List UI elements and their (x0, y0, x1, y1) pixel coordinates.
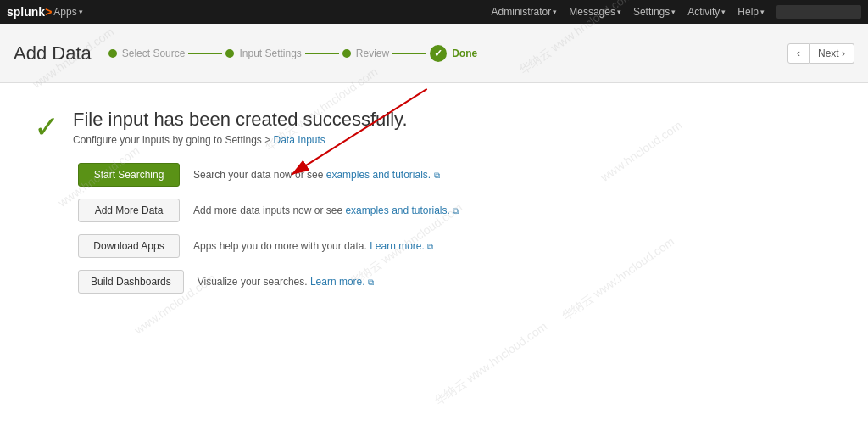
messages-label: Messages (569, 6, 615, 18)
action-row-download-apps: Download Apps Apps help you do more with… (78, 234, 834, 258)
next-button[interactable]: Next › (810, 43, 854, 64)
administrator-menu[interactable]: Administrator ▾ (492, 6, 558, 18)
start-searching-link[interactable]: examples and tutorials. (326, 169, 431, 181)
topnav-search-input[interactable] (776, 5, 861, 19)
step-input-settings: Input Settings (225, 48, 301, 59)
help-chevron-icon: ▾ (760, 8, 765, 16)
help-menu[interactable]: Help ▾ (737, 6, 765, 18)
nav-buttons: ‹ Next › (787, 43, 854, 64)
apps-chevron-icon: ▾ (79, 8, 83, 16)
start-searching-button[interactable]: Start Searching (78, 163, 180, 187)
actions-container: Start Searching Search your data now or … (78, 163, 834, 294)
step-done: ✓ Done (430, 45, 477, 62)
success-title: File input has been created successfully… (73, 109, 408, 131)
download-apps-button[interactable]: Download Apps (78, 234, 180, 258)
step-dot-select-source (108, 49, 117, 58)
action-row-start-searching: Start Searching Search your data now or … (78, 163, 834, 187)
watermark-6: 华纳云 www.hncloud.com (431, 319, 550, 409)
add-more-data-link[interactable]: examples and tutorials. (345, 204, 449, 216)
ext-link-icon-3: ⧉ (368, 277, 374, 287)
activity-label: Activity (687, 6, 720, 18)
step-label-done: Done (452, 48, 477, 59)
success-check-icon: ✓ (34, 112, 59, 143)
apps-nav[interactable]: Apps ▾ (53, 6, 82, 18)
download-apps-desc: Apps help you do more with your data. Le… (193, 240, 433, 252)
step-dot-input-settings (225, 49, 234, 58)
back-button[interactable]: ‹ (787, 43, 810, 64)
settings-chevron-icon: ▾ (671, 8, 676, 16)
activity-menu[interactable]: Activity ▾ (687, 6, 726, 18)
step-connector-1 (188, 53, 222, 54)
settings-label: Settings (633, 6, 670, 18)
ext-link-icon-2: ⧉ (427, 242, 433, 251)
configure-static-text: Configure your inputs by going to Settin… (73, 134, 273, 146)
messages-menu[interactable]: Messages ▾ (569, 6, 621, 18)
step-check-done: ✓ (430, 45, 447, 62)
build-dashboards-button[interactable]: Build Dashboards (78, 270, 184, 294)
main-content: ✓ File input has been created successful… (0, 83, 868, 331)
step-dot-review (342, 49, 351, 58)
page-title: Add Data (14, 42, 92, 64)
step-label-select-source: Select Source (122, 48, 186, 59)
action-row-build-dashboards: Build Dashboards Visualize your searches… (78, 270, 834, 294)
ext-link-icon-1: ⧉ (453, 206, 459, 216)
messages-chevron-icon: ▾ (617, 8, 621, 16)
ext-link-icon-0: ⧉ (434, 171, 440, 180)
administrator-label: Administrator (492, 6, 552, 18)
action-row-add-more-data: Add More Data Add more data inputs now o… (78, 199, 834, 222)
add-more-data-button[interactable]: Add More Data (78, 199, 180, 222)
step-review: Review (342, 48, 389, 59)
help-label: Help (737, 6, 759, 18)
topnav-right: Administrator ▾ Messages ▾ Settings ▾ Ac… (492, 5, 861, 19)
start-searching-desc: Search your data now or see examples and… (193, 169, 440, 181)
header-bar: Add Data Select Source Input Settings Re… (0, 24, 868, 83)
data-inputs-link[interactable]: Data Inputs (273, 134, 325, 146)
settings-menu[interactable]: Settings ▾ (633, 6, 676, 18)
success-text: File input has been created successfully… (73, 109, 408, 146)
build-dashboards-link[interactable]: Learn more. (310, 276, 365, 288)
administrator-chevron-icon: ▾ (553, 8, 557, 16)
step-connector-3 (392, 53, 426, 54)
top-navbar: splunk> Apps ▾ Administrator ▾ Messages … (0, 0, 868, 24)
step-select-source: Select Source (108, 48, 186, 59)
splunk-logo: splunk> (7, 5, 52, 19)
configure-text: Configure your inputs by going to Settin… (73, 134, 408, 146)
step-label-input-settings: Input Settings (239, 48, 301, 59)
progress-steps: Select Source Input Settings Review ✓ Do… (108, 45, 771, 62)
add-more-data-desc: Add more data inputs now or see examples… (193, 204, 459, 216)
build-dashboards-desc: Visualize your searches. Learn more. ⧉ (198, 276, 374, 288)
success-section: ✓ File input has been created successful… (34, 109, 834, 146)
activity-chevron-icon: ▾ (721, 8, 726, 16)
step-label-review: Review (356, 48, 389, 59)
download-apps-link[interactable]: Learn more. (370, 240, 425, 252)
apps-label[interactable]: Apps (53, 6, 76, 18)
step-connector-2 (305, 53, 339, 54)
